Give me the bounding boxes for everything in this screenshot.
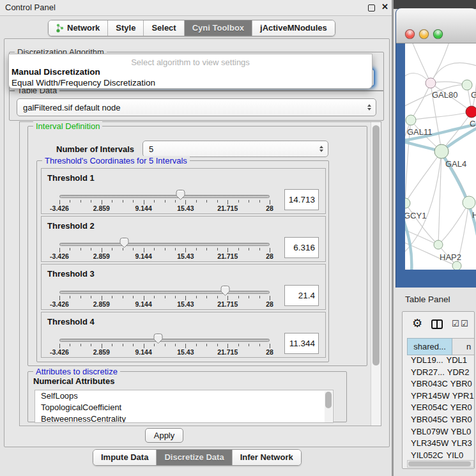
- threshold-value-box[interactable]: 11.344: [284, 333, 319, 354]
- slider-track[interactable]: [59, 243, 270, 246]
- table-data-combo-value: galFiltered.sif default node: [23, 103, 120, 112]
- network-edge: [438, 203, 469, 245]
- tick-label: 2.859: [93, 348, 110, 356]
- tick-mark: [102, 296, 102, 300]
- slider-thumb[interactable]: [119, 237, 130, 249]
- network-edge: [405, 151, 441, 203]
- tick-mark: [70, 248, 70, 250]
- scrollbar-thumb[interactable]: [325, 392, 332, 408]
- attributes-list-scrollbar[interactable]: [325, 391, 332, 423]
- tick-mark: [249, 248, 249, 250]
- close-icon[interactable]: ✕: [381, 2, 388, 12]
- checkbox-icon[interactable]: ☑: [452, 319, 459, 328]
- mac-zoom-button[interactable]: [433, 29, 443, 39]
- tick-label: 2.859: [93, 204, 110, 212]
- mac-minimize-button[interactable]: [419, 29, 429, 39]
- popup-item-1[interactable]: Manual Discretization: [11, 67, 369, 77]
- node-label: GAL80: [432, 90, 457, 100]
- gear-icon[interactable]: ⚙: [412, 318, 422, 329]
- network-edge: [411, 112, 472, 120]
- node-gcy1[interactable]: [405, 198, 410, 208]
- table-row[interactable]: YBL079WYBL0: [407, 427, 475, 439]
- network-canvas[interactable]: GAL80GCGAL11GAL4GCY1HHAP2: [405, 43, 476, 270]
- tick-mark: [165, 344, 165, 346]
- float-window-icon[interactable]: [368, 4, 375, 12]
- tab-style[interactable]: Style: [108, 20, 144, 36]
- bottom-tab-impute-data[interactable]: Impute Data: [93, 450, 157, 465]
- column-header-name[interactable]: n: [452, 338, 475, 355]
- node-bottom[interactable]: [452, 261, 461, 270]
- tab-label: Select: [151, 23, 176, 33]
- tab-network[interactable]: Network: [49, 20, 108, 36]
- table-row[interactable]: YDL19...YDL1: [407, 355, 475, 367]
- tick-mark: [91, 296, 91, 298]
- numerical-attributes-list[interactable]: SelfLoopsTopologicalCoefficientBetweenne…: [35, 390, 334, 423]
- bottom-tab-discretize-data[interactable]: Discretize Data: [157, 450, 232, 465]
- tick-label: 21.715: [217, 300, 238, 308]
- tick-label: 9.144: [135, 204, 151, 212]
- tick-mark: [112, 296, 112, 298]
- threshold-value-box[interactable]: 14.713: [284, 189, 319, 210]
- table-row[interactable]: YER054CYER0: [407, 403, 475, 415]
- tick-mark: [154, 200, 155, 203]
- network-window-titlebar[interactable]: [396, 8, 476, 43]
- tick-mark: [133, 344, 134, 346]
- scrollbar-thumb[interactable]: [408, 461, 471, 466]
- attribute-list-item[interactable]: SelfLoops: [35, 390, 333, 402]
- tick-label: 15.43: [177, 348, 194, 356]
- scrollbar-thumb[interactable]: [372, 125, 380, 365]
- settings-vertical-scrollbar[interactable]: [371, 122, 381, 426]
- node-hap2[interactable]: [434, 240, 443, 249]
- column-header-shared[interactable]: shared...: [407, 338, 452, 355]
- slider-thumb[interactable]: [175, 189, 186, 201]
- threshold-value-box[interactable]: 21.4: [284, 285, 319, 306]
- table-row[interactable]: YIL052CYIL0: [407, 450, 475, 459]
- attribute-list-item[interactable]: TopologicalCoefficient: [35, 402, 333, 413]
- table-horizontal-scrollbar[interactable]: [407, 460, 474, 468]
- attr-items: SelfLoopsTopologicalCoefficientBetweenne…: [35, 390, 333, 423]
- node-gal11[interactable]: [406, 115, 416, 125]
- tick-mark: [70, 344, 70, 346]
- tick-mark: [123, 200, 123, 203]
- node-h[interactable]: [463, 196, 475, 209]
- node-label: C: [470, 119, 475, 128]
- table-row[interactable]: YDR27...YDR2: [407, 367, 475, 380]
- threshold-value-box[interactable]: 6.316: [284, 237, 319, 258]
- num-intervals-combo[interactable]: 5: [142, 141, 328, 157]
- table-row[interactable]: YPR145WYPR1: [407, 391, 475, 403]
- popup-item-2[interactable]: Equal Width/Frequency Discretization: [11, 78, 369, 88]
- table-row[interactable]: YLR345WYLR3: [407, 438, 475, 450]
- tab-jactivemnodules[interactable]: jActiveMNodules: [252, 20, 335, 36]
- thresholds-group-title: Threshold's Coordinates for 5 Intervals: [42, 156, 190, 165]
- checkbox-icon[interactable]: ☑: [461, 319, 468, 328]
- node-red[interactable]: [466, 106, 476, 118]
- tab-cyni-toolbox[interactable]: Cyni Toolbox: [185, 20, 252, 36]
- tab-select[interactable]: Select: [144, 20, 184, 36]
- slider-track[interactable]: [59, 291, 270, 294]
- node-gal80[interactable]: [426, 78, 436, 88]
- table-row[interactable]: YBR045CYBR0: [407, 415, 475, 427]
- slider-track[interactable]: [59, 339, 270, 342]
- node-gal4[interactable]: [434, 144, 449, 158]
- tick-mark: [144, 200, 144, 204]
- tick-mark: [165, 248, 165, 250]
- mac-close-button[interactable]: [405, 29, 415, 39]
- node-top-right[interactable]: [462, 80, 472, 90]
- bottom-tab-infer-network[interactable]: Infer Network: [233, 450, 301, 465]
- tick-label: 9.144: [135, 252, 151, 260]
- tick-mark: [238, 200, 239, 203]
- tick-mark: [249, 296, 249, 298]
- combo-arrows-icon: [367, 104, 371, 111]
- slider-thumb[interactable]: [220, 285, 231, 296]
- attribute-list-item[interactable]: BetweennessCentrality: [35, 413, 333, 423]
- table-row[interactable]: YBR043CYBR0: [407, 379, 475, 391]
- table-data-combo[interactable]: galFiltered.sif default node: [17, 98, 376, 116]
- columns-icon[interactable]: [431, 319, 443, 329]
- node-label: G: [471, 90, 476, 100]
- tick-mark: [91, 248, 91, 250]
- network-view-window: GAL80GCGAL11GAL4GCY1HHAP2: [395, 8, 476, 288]
- tick-mark: [144, 296, 144, 300]
- apply-button[interactable]: Apply: [145, 428, 183, 443]
- slider-track[interactable]: [59, 195, 270, 198]
- slider-thumb[interactable]: [153, 333, 164, 344]
